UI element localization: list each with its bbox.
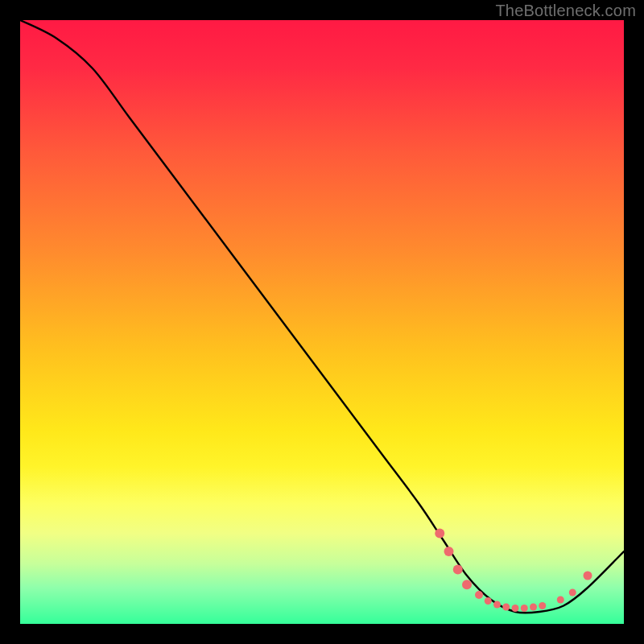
marker-h (502, 604, 510, 611)
watermark-text: TheBottleneck.com (495, 2, 636, 20)
curve-layer (20, 20, 624, 613)
marker-o (584, 572, 592, 580)
marker-m (557, 597, 564, 604)
marker-e (475, 591, 483, 599)
marker-b (444, 547, 454, 556)
marker-j (521, 605, 528, 612)
marker-f (485, 597, 492, 605)
marker-k (530, 604, 537, 611)
points-layer (435, 529, 592, 613)
marker-g (493, 601, 501, 609)
marker-l (539, 602, 546, 609)
marker-n (569, 589, 576, 597)
chart-svg (20, 20, 624, 624)
chart-frame: TheBottleneck.com (0, 0, 644, 644)
chart-plot-area (20, 20, 624, 624)
marker-a (435, 529, 444, 539)
bottleneck-curve (20, 20, 624, 613)
marker-c (453, 565, 463, 575)
marker-i (512, 605, 519, 612)
marker-d (462, 580, 472, 589)
